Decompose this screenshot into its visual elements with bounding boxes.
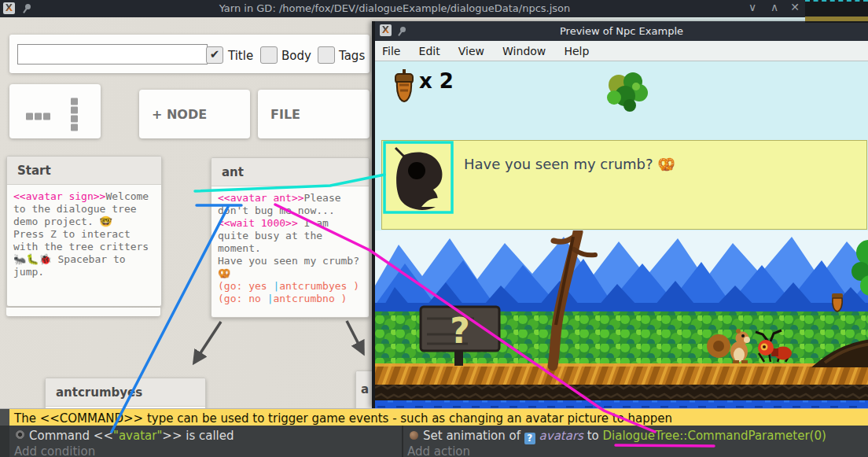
hud-acorn-icon (392, 68, 416, 104)
node-ant[interactable]: ant <<avatar ant>>Please don't bug me no… (211, 157, 370, 318)
action-icon (410, 431, 418, 440)
add-condition[interactable]: Add condition (14, 444, 95, 457)
maximize-button[interactable]: ∧ (766, 1, 783, 13)
node-start[interactable]: Start <<avatar sign>>Welcome to the dial… (6, 156, 162, 307)
filter-body-checkbox[interactable] (260, 46, 278, 64)
object-unknown-icon: ? (524, 433, 535, 444)
hanging-acorn (832, 293, 843, 311)
yarn-titlebar: X Yarn in GD: /home/fox/DEV/dialogueExam… (0, 0, 868, 17)
npc-avatar (392, 146, 454, 215)
ground-dark (375, 385, 868, 400)
preview-titlebar: X Preview of Npc Example (375, 21, 868, 41)
menu-view[interactable]: View (451, 41, 491, 57)
menu-file[interactable]: File (375, 41, 407, 57)
background-window-fragment (805, 0, 868, 23)
preview-window: X Preview of Npc Example File Edit View … (372, 21, 868, 408)
condition-icon (16, 430, 24, 439)
sign-question-text: ? (450, 311, 470, 351)
tooltip-text: The <<COMMAND>> type can be used to trig… (14, 411, 672, 426)
node-ant-body: <<avatar ant>>Please don't bug me now...… (211, 186, 369, 311)
node-antcrumbyes[interactable]: antcrumbyes (45, 378, 206, 410)
condition-param: "avatar" (113, 429, 162, 443)
filter-body-label: Body (281, 49, 311, 63)
node-ant-header: ant (211, 158, 369, 186)
node-start-footer (6, 308, 160, 316)
event-action[interactable]: Set animation of ? avatars to DialogueTr… (423, 429, 826, 444)
search-panel: ✔ Title Body Tags (9, 35, 370, 73)
dialogue-box: Have you seen my crumb? 🥨 (381, 140, 867, 230)
yarn-app-icon: X (3, 2, 15, 14)
events-bar: Command <<"avatar">> is called Add condi… (0, 426, 868, 457)
add-node-button[interactable]: + NODE (139, 90, 250, 138)
preview-window-title: Preview of Npc Example (375, 25, 868, 37)
action-object: avatars (539, 429, 583, 443)
close-button[interactable]: ✕ (786, 1, 804, 13)
node-start-header: Start (7, 157, 161, 185)
add-action[interactable]: Add action (407, 444, 470, 457)
hud-item-count: x 2 (419, 69, 454, 93)
tooltip-bar: The <<COMMAND>> type can be used to trig… (0, 408, 868, 426)
menu-edit[interactable]: Edit (412, 41, 447, 57)
game-scene: ? (375, 230, 868, 408)
action-value: DialogueTree::CommandParameter(0) (603, 429, 826, 443)
yarn-window-title: Yarn in GD: /home/fox/DEV/dialogueExampl… (110, 2, 679, 14)
node-antcrumbno-header: a (356, 371, 373, 409)
tooltip-bar-notch (0, 409, 9, 426)
filter-title-checkbox[interactable]: ✔ (206, 46, 223, 64)
filter-title-label: Title (228, 49, 253, 63)
filter-tags-checkbox[interactable] (318, 46, 335, 64)
pin-icon[interactable] (24, 3, 33, 13)
menu-help[interactable]: Help (557, 41, 596, 57)
node-antcrumbyes-header: antcrumbyes (46, 378, 205, 407)
filter-tags-label: Tags (339, 49, 365, 63)
water (375, 400, 868, 408)
shade-button[interactable]: ∨ (744, 1, 761, 13)
node-start-body: <<avatar sign>>Welcome to the dialogue t… (7, 185, 161, 284)
node-antcrumbno-partial[interactable]: a (355, 370, 373, 410)
bush-sprite (601, 71, 650, 112)
menu-window[interactable]: Window (495, 41, 553, 57)
file-menu-button[interactable]: FILE (258, 90, 370, 138)
events-bar-notch (0, 426, 9, 457)
ground (375, 363, 868, 385)
arrange-nodes-button[interactable] (9, 84, 101, 138)
dialogue-text: Have you seen my crumb? 🥨 (464, 156, 675, 172)
event-condition[interactable]: Command <<"avatar">> is called (29, 429, 234, 443)
search-input[interactable] (17, 44, 208, 64)
game-viewport[interactable]: x 2 Have you seen my crumb? 🥨 (375, 61, 868, 408)
preview-menubar: File Edit View Window Help (375, 41, 868, 61)
events-divider (402, 426, 403, 457)
